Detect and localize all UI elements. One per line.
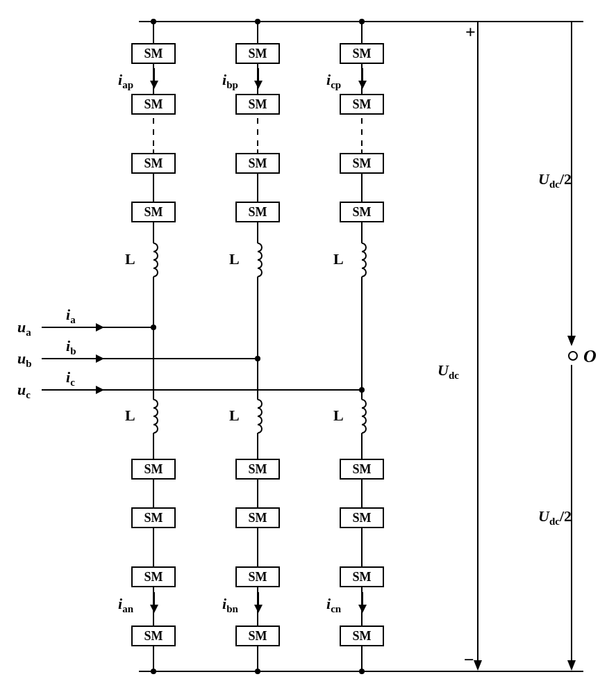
label-L: L	[125, 250, 135, 268]
label-L: L	[333, 407, 344, 425]
label-ic: ic	[66, 368, 75, 389]
svg-marker-1	[474, 660, 482, 671]
label-ibp: ibp	[222, 71, 238, 91]
sm-box: SM	[235, 43, 280, 64]
sm-box: SM	[131, 94, 176, 115]
arrow-down-icon	[149, 592, 159, 613]
svg-marker-5	[567, 660, 576, 671]
label-origin: O	[583, 346, 597, 367]
label-L: L	[333, 250, 344, 268]
arrow-right-icon	[83, 322, 104, 332]
label-icn: icn	[326, 595, 341, 615]
sm-box: SM	[131, 43, 176, 64]
label-uc: uc	[17, 381, 31, 401]
label-ua: ua	[17, 318, 31, 338]
label-icp: icp	[326, 71, 341, 91]
inductor-icon	[146, 400, 161, 434]
phase-b-feed	[42, 358, 258, 359]
svg-marker-3	[567, 336, 576, 346]
arrow-down-icon	[149, 68, 159, 89]
label-Udc: Udc	[438, 361, 459, 382]
svg-marker-9	[254, 81, 263, 89]
udc-arrow	[472, 21, 486, 672]
sm-box: SM	[235, 153, 280, 174]
label-ia: ia	[66, 306, 76, 326]
sm-box: SM	[340, 507, 384, 528]
sm-box: SM	[340, 626, 384, 646]
label-Udc-half-lower: Udc/2	[538, 507, 572, 528]
sm-box: SM	[235, 94, 280, 115]
midpoint-node	[568, 351, 578, 361]
sm-box: SM	[131, 626, 176, 646]
svg-marker-13	[150, 605, 158, 613]
arrow-right-icon	[83, 354, 104, 363]
label-ibn: ibn	[222, 595, 238, 615]
sm-box: SM	[131, 566, 176, 587]
sm-box: SM	[235, 459, 280, 480]
sm-box: SM	[340, 94, 384, 115]
inductor-icon	[354, 243, 369, 278]
label-iap: iap	[118, 71, 133, 91]
arrow-down-icon	[358, 68, 367, 89]
svg-marker-11	[358, 81, 367, 89]
label-ub: ub	[17, 350, 32, 370]
label-L: L	[125, 407, 135, 425]
mmc-diagram: SM SM SM SM SM SM SM SM SM SM SM SM SM S…	[14, 14, 602, 681]
arrow-down-icon	[358, 592, 367, 613]
sm-box: SM	[340, 43, 384, 64]
sm-box: SM	[340, 153, 384, 174]
svg-marker-19	[96, 323, 104, 332]
label-minus: −	[464, 650, 474, 671]
sm-box: SM	[235, 626, 280, 646]
sm-box: SM	[131, 459, 176, 480]
svg-marker-23	[96, 386, 104, 394]
sm-box: SM	[235, 566, 280, 587]
label-ian: ian	[118, 595, 133, 615]
arrow-right-icon	[83, 385, 104, 395]
svg-marker-21	[96, 354, 104, 363]
inductor-icon	[250, 243, 265, 278]
svg-marker-7	[150, 81, 158, 89]
inductor-icon	[146, 243, 161, 278]
sm-box: SM	[340, 566, 384, 587]
sm-box: SM	[235, 507, 280, 528]
arrow-down-icon	[253, 592, 263, 613]
label-Udc-half-upper: Udc/2	[538, 170, 572, 190]
label-L: L	[229, 407, 240, 425]
inductor-icon	[354, 400, 369, 434]
arrow-down-icon	[253, 68, 263, 89]
sm-box: SM	[340, 202, 384, 222]
sm-box: SM	[131, 507, 176, 528]
sm-box: SM	[131, 202, 176, 222]
sm-box: SM	[131, 153, 176, 174]
inductor-icon	[250, 400, 265, 434]
svg-marker-17	[358, 605, 367, 613]
svg-marker-15	[254, 605, 263, 613]
sm-box: SM	[340, 459, 384, 480]
label-plus: +	[465, 22, 476, 43]
label-L: L	[229, 250, 240, 268]
label-ib: ib	[66, 337, 76, 357]
sm-box: SM	[235, 202, 280, 222]
